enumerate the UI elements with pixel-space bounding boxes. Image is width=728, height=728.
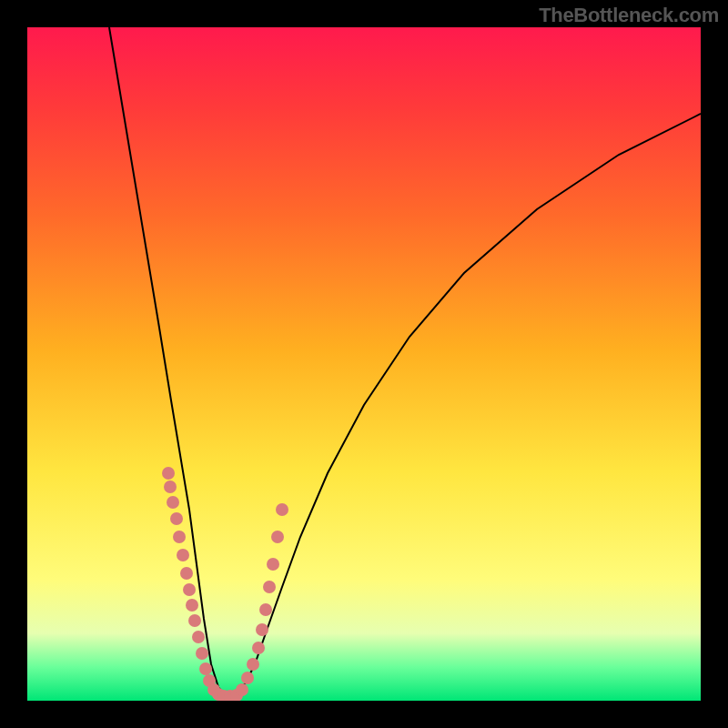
highlight-dot xyxy=(247,658,259,671)
bottleneck-curve xyxy=(109,27,701,696)
watermark-text: TheBottleneck.com xyxy=(539,4,719,27)
highlight-dots-right xyxy=(236,503,288,696)
highlight-dot xyxy=(186,599,198,612)
outer-frame: TheBottleneck.com xyxy=(0,0,728,728)
highlight-dot xyxy=(183,583,196,596)
highlight-dot xyxy=(180,567,193,580)
highlight-dot xyxy=(267,558,279,571)
highlight-dot xyxy=(271,531,284,543)
highlight-dot xyxy=(252,642,265,654)
highlight-dots-left xyxy=(162,467,243,701)
highlight-dot xyxy=(241,672,254,684)
highlight-dot xyxy=(188,614,201,627)
highlight-dot xyxy=(170,512,183,525)
highlight-dot xyxy=(236,683,248,696)
highlight-dot xyxy=(263,581,276,593)
highlight-dot xyxy=(192,631,205,643)
highlight-dot xyxy=(196,647,208,660)
highlight-dot xyxy=(259,603,272,616)
highlight-dot xyxy=(256,623,268,636)
highlight-dot xyxy=(162,467,175,480)
curve-svg xyxy=(27,27,701,701)
highlight-dot xyxy=(177,549,189,561)
highlight-dot xyxy=(164,480,177,493)
highlight-dot xyxy=(199,662,212,675)
highlight-dot xyxy=(276,503,288,516)
highlight-dot xyxy=(173,531,186,543)
gradient-plot-area xyxy=(27,27,701,701)
highlight-dot xyxy=(167,496,179,509)
